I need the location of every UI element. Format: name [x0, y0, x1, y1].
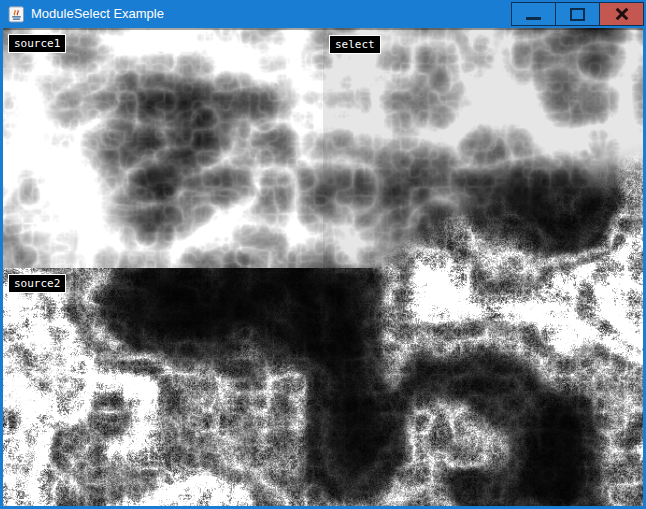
label-select: select	[329, 35, 381, 54]
maximize-button[interactable]	[555, 2, 600, 26]
java-coffee-cup-icon	[7, 5, 25, 23]
app-window: ModuleSelect Example source1 select sour…	[0, 0, 646, 509]
label-source1: source1	[8, 34, 66, 53]
maximize-icon	[570, 8, 585, 21]
label-source2: source2	[8, 274, 66, 293]
noise-canvas	[3, 28, 643, 506]
close-button[interactable]	[599, 2, 644, 26]
window-controls	[512, 2, 644, 26]
minimize-button[interactable]	[511, 2, 556, 26]
titlebar[interactable]: ModuleSelect Example	[0, 0, 646, 28]
window-title: ModuleSelect Example	[31, 0, 164, 28]
minimize-icon	[526, 17, 541, 20]
render-area: source1 select source2	[3, 28, 643, 506]
